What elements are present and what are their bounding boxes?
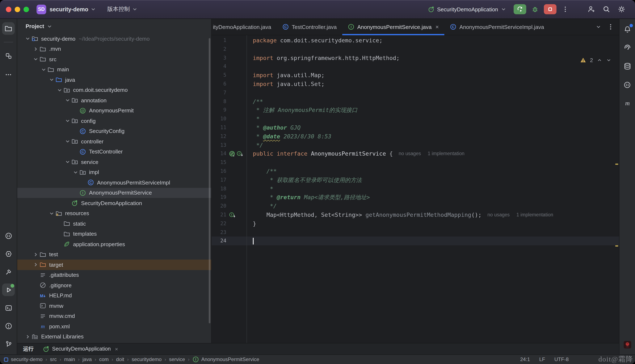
- close-icon[interactable]: ×: [435, 24, 439, 30]
- code-line-16[interactable]: 16 /**: [212, 167, 619, 176]
- line-number[interactable]: 4: [212, 62, 226, 71]
- kebab-menu-icon[interactable]: [607, 24, 614, 30]
- tree-item-service[interactable]: service: [17, 157, 211, 167]
- line-number[interactable]: 16: [212, 167, 226, 176]
- code-line-24[interactable]: 24: [212, 237, 619, 246]
- tree-item-.gitignore[interactable]: .gitignore: [17, 280, 211, 290]
- project-badge[interactable]: SD: [37, 4, 46, 14]
- code-with-me-button[interactable]: [586, 4, 597, 15]
- line-number[interactable]: 7: [212, 88, 226, 97]
- tool-services-button[interactable]: [2, 248, 15, 260]
- breadcrumb-item-java[interactable]: java: [83, 356, 92, 362]
- line-number[interactable]: 12: [212, 132, 226, 141]
- code-line-12[interactable]: 12 * @date 2023/8/30 8:53: [212, 132, 619, 141]
- implementations-icon[interactable]: I: [229, 212, 236, 218]
- code-line-5[interactable]: 5import java.util.Map;: [212, 71, 619, 80]
- code-line-19[interactable]: 19 * @return Map<请求类型,路径地址>: [212, 193, 619, 202]
- inspections-widget[interactable]: 2: [580, 57, 611, 63]
- chevron-down-icon[interactable]: [40, 66, 47, 73]
- tool-build-button[interactable]: [2, 266, 15, 278]
- code-line-18[interactable]: 18 *: [212, 184, 619, 193]
- implementations-icon[interactable]: I: [237, 151, 244, 157]
- tool-database-button[interactable]: [621, 60, 633, 72]
- chevron-down-icon[interactable]: [64, 158, 71, 166]
- chevron-down-icon[interactable]: [56, 86, 63, 94]
- chevron-down-icon[interactable]: [64, 118, 71, 124]
- tool-maven-button[interactable]: m: [621, 97, 633, 110]
- tool-more-button[interactable]: [2, 68, 15, 81]
- chevron-down-icon[interactable]: [595, 24, 601, 30]
- stop-button[interactable]: [544, 4, 556, 14]
- previous-warning-icon[interactable]: [597, 58, 602, 63]
- code-line-14[interactable]: 14Ipublic interface AnonymousPermitServi…: [212, 150, 619, 158]
- code-line-15[interactable]: 15: [212, 158, 619, 167]
- tree-item-AnonymousPermit[interactable]: @AnonymousPermit: [17, 106, 211, 116]
- code-line-9[interactable]: 9 * 注解 AnonymousPermit的实现接口: [212, 106, 619, 115]
- tree-item-templates[interactable]: templates: [17, 229, 211, 239]
- code-line-22[interactable]: 22}: [212, 219, 619, 228]
- tool-project-button[interactable]: [2, 22, 15, 35]
- tree-item-.gitattributes[interactable]: .gitattributes: [17, 270, 211, 280]
- warning-stripe-mark[interactable]: [615, 245, 618, 246]
- tree-item-pom.xml[interactable]: mpom.xml: [17, 321, 211, 332]
- line-number[interactable]: 14: [212, 150, 226, 158]
- line-number[interactable]: 17: [212, 176, 226, 184]
- tree-item-target[interactable]: target: [17, 260, 211, 270]
- chevron-right-icon[interactable]: [24, 333, 31, 340]
- maximize-window-button[interactable]: [24, 6, 29, 12]
- tree-item-security-demo[interactable]: security-demo~/IdeaProjects/security-dem…: [17, 34, 211, 44]
- breadcrumb-item-main[interactable]: main: [64, 356, 75, 362]
- code-line-23[interactable]: 23: [212, 228, 619, 237]
- tree-item-src[interactable]: src: [17, 54, 211, 64]
- close-window-button[interactable]: [6, 6, 11, 12]
- spring-bean-icon[interactable]: [229, 150, 236, 157]
- editor-tab-AnonymousPermitService.java[interactable]: IAnonymousPermitService.java×: [342, 19, 444, 35]
- tree-item-java[interactable]: java: [17, 75, 211, 85]
- line-number[interactable]: 22: [212, 219, 226, 228]
- tool-ai-assistant-button[interactable]: [621, 42, 633, 54]
- chevron-right-icon[interactable]: [32, 251, 39, 258]
- line-number[interactable]: 5: [212, 71, 226, 80]
- chevron-right-icon[interactable]: [32, 46, 39, 53]
- line-number[interactable]: 13: [212, 141, 226, 150]
- breadcrumb-item-src[interactable]: src: [50, 356, 57, 362]
- tree-item-SecurityDemoApplication[interactable]: SecurityDemoApplication: [17, 198, 211, 208]
- code-line-8[interactable]: 8/**: [212, 97, 619, 106]
- project-menu[interactable]: security-demo: [50, 6, 96, 12]
- tree-item-test[interactable]: test: [17, 249, 211, 260]
- code-area[interactable]: 2 1package com.doit.securitydemo.service…: [212, 35, 619, 343]
- code-line-2[interactable]: 2: [212, 45, 619, 54]
- chevron-down-icon[interactable]: [32, 56, 39, 63]
- code-line-6[interactable]: 6import java.util.Set;: [212, 80, 619, 88]
- project-panel-header[interactable]: Project: [17, 19, 211, 32]
- code-line-1[interactable]: 1package com.doit.securitydemo.service;: [212, 36, 619, 45]
- warning-stripe-mark[interactable]: [615, 164, 618, 165]
- search-everywhere-button[interactable]: [601, 4, 612, 15]
- chevron-down-icon[interactable]: [24, 35, 31, 42]
- tool-structure-button[interactable]: [2, 50, 15, 62]
- tree-item-main[interactable]: main: [17, 64, 211, 75]
- line-number[interactable]: 6: [212, 80, 226, 88]
- chevron-down-icon[interactable]: [48, 76, 55, 84]
- rerun-button[interactable]: [514, 4, 526, 14]
- breadcrumb-item-security-demo[interactable]: security-demo: [3, 356, 43, 362]
- code-line-13[interactable]: 13 */: [212, 141, 619, 150]
- code-line-7[interactable]: 7: [212, 88, 619, 97]
- tool-vcs-button[interactable]: [2, 338, 15, 350]
- caret-position[interactable]: 24:1: [520, 356, 530, 362]
- chevron-down-icon[interactable]: [72, 169, 79, 176]
- run-configuration-selector[interactable]: SecurityDemoApplication: [428, 6, 507, 12]
- chevron-down-icon[interactable]: [48, 210, 55, 217]
- breadcrumb-item-service[interactable]: service: [169, 356, 185, 362]
- code-line-17[interactable]: 17 * 获取匿名不登录即可以使用的方法: [212, 176, 619, 184]
- line-number[interactable]: 15: [212, 158, 226, 167]
- chevron-down-icon[interactable]: [64, 138, 71, 145]
- more-actions-button[interactable]: [560, 4, 571, 15]
- breadcrumb-item-doit[interactable]: doit: [116, 356, 124, 362]
- run-tab[interactable]: SecurityDemoApplication ×: [43, 346, 118, 352]
- line-number[interactable]: 9: [212, 106, 226, 115]
- tree-item-SecurityConfig[interactable]: CSecurityConfig: [17, 126, 211, 136]
- settings-button[interactable]: [616, 4, 627, 15]
- file-encoding[interactable]: UTF-8: [554, 356, 569, 362]
- tree-item-resources[interactable]: resources: [17, 208, 211, 218]
